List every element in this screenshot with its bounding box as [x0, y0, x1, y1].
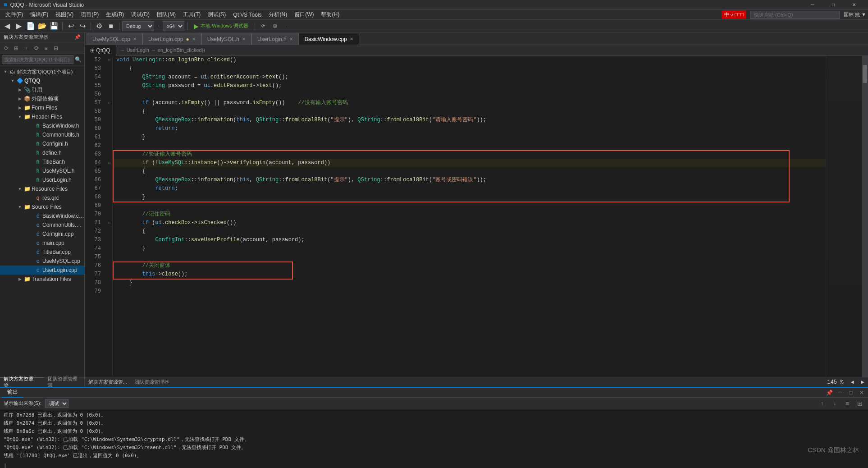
tree-item-translation-files[interactable]: ▶ 📁 Translation Files [0, 275, 84, 284]
tree-item-form-files[interactable]: ▶ 📁 Form Files [0, 103, 84, 112]
tab-userlogin-h-close[interactable]: ✕ [289, 37, 293, 41]
open-button[interactable]: 📂 [37, 21, 48, 32]
code-line-65[interactable]: { [113, 167, 826, 176]
horizontal-scroll-left[interactable]: ◀ [851, 379, 854, 385]
scrollbar-thumb[interactable] [863, 65, 867, 83]
footer-tab-team[interactable]: 团队资源管理器 [134, 379, 169, 385]
tree-item-header-files[interactable]: ▼ 📁 Header Files [0, 112, 84, 121]
tree-item-external[interactable]: ▶ 📦 外部依赖项 [0, 94, 84, 103]
code-line-62[interactable] [113, 142, 826, 150]
toolbar-extra-2[interactable]: ⊞ [270, 21, 280, 32]
code-line-74[interactable]: } [113, 244, 826, 253]
tree-item-define-h[interactable]: h define.h [0, 148, 84, 157]
menu-edit[interactable]: 编辑(E) [27, 10, 52, 20]
undo-button[interactable]: ↩ [65, 21, 76, 32]
output-toolbar-btn-4[interactable]: ⊞ [855, 399, 864, 408]
code-line-57[interactable]: if (account.isEmpty() || password.isEmpt… [113, 99, 826, 107]
build-button[interactable]: ⚙ [94, 21, 105, 32]
sidebar-search-button[interactable]: 🔍 [73, 55, 82, 64]
fold-icon-57[interactable]: ⊟ [108, 101, 110, 106]
code-line-52[interactable]: void UserLogin::on_loginBtn_clicked() [113, 56, 826, 64]
code-line-59[interactable]: QMessageBox::information(this, QString::… [113, 116, 826, 124]
output-content[interactable]: 程序 0x7288 已退出，返回值为 0 (0x0)。 线程 0x2674 已退… [0, 409, 868, 468]
code-line-79[interactable] [113, 287, 826, 296]
code-line-64[interactable]: if (!UseMySQL::instance()->verifyLogin(a… [113, 159, 826, 167]
menu-qtvstools[interactable]: Qt VS Tools [229, 10, 265, 20]
code-line-68[interactable]: } [113, 193, 826, 202]
sidebar-filter-button[interactable]: ⊞ [12, 44, 21, 53]
output-maximize-button[interactable]: □ [846, 388, 855, 397]
tab-usemysql-cpp[interactable]: UseMySQL.cpp ✕ [87, 33, 142, 45]
sidebar-new-button[interactable]: + [22, 44, 31, 53]
code-line-75[interactable] [113, 253, 826, 262]
menu-analyze[interactable]: 分析(N) [265, 10, 291, 20]
bottom-tab-output[interactable]: 输出 [2, 388, 23, 398]
code-line-71[interactable]: if (ui.checkBox->isChecked()) [113, 219, 826, 227]
tab-basicwindow-cpp[interactable]: BasicWindow.cpp ✕ [299, 33, 359, 45]
code-line-67[interactable]: return; [113, 184, 826, 193]
tree-item-source-files[interactable]: ▼ 📁 Source Files [0, 202, 84, 211]
user-label[interactable]: 国林 姚 ▼ [844, 11, 866, 18]
tree-item-commonutils-cpp[interactable]: c CommonUtils.cpp [0, 220, 84, 229]
forward-button[interactable]: ▶ [14, 21, 24, 32]
tab-userlogin-cpp-close[interactable]: ✕ [192, 37, 196, 41]
code-line-77[interactable]: this->close(); [113, 270, 826, 279]
code-line-58[interactable]: { [113, 107, 826, 116]
tab-usemysql-h-close[interactable]: ✕ [242, 37, 246, 41]
output-minimize-button[interactable]: ─ [836, 388, 845, 397]
output-source-dropdown[interactable]: 调试 生成 [45, 399, 69, 408]
sidebar-tab-team[interactable]: 团队资源管理器 [44, 377, 84, 387]
tab-basicwindow-cpp-close[interactable]: ✕ [350, 37, 353, 41]
menu-debug[interactable]: 调试(D) [128, 10, 153, 20]
sidebar-props-button[interactable]: ⚙ [32, 44, 41, 53]
tab-usemysql-h[interactable]: UseMySQL.h ✕ [201, 33, 251, 45]
horizontal-scroll-right[interactable]: ▶ [861, 379, 864, 385]
tree-item-usemysql-cpp[interactable]: c UseMySQL.cpp [0, 257, 84, 266]
code-line-73[interactable]: ConfigIni::saveUserProfile(account, pass… [113, 236, 826, 244]
close-button[interactable]: ✕ [844, 0, 864, 10]
tree-item-basicwindow-cpp[interactable]: c BasicWindow.cpp [0, 211, 84, 220]
tree-item-qtqq[interactable]: ▼ 🔷 QTQQ [0, 76, 84, 85]
menu-team[interactable]: 团队(M) [153, 10, 179, 20]
sidebar-sync-button[interactable]: ⟳ [2, 44, 11, 53]
toolbar-extra-1[interactable]: ⟳ [258, 21, 269, 32]
tree-item-refs[interactable]: ▶ 📎 引用 [0, 85, 84, 94]
maximize-button[interactable]: □ [823, 0, 844, 10]
tree-item-configini-h[interactable]: h Configini.h [0, 139, 84, 148]
code-line-63[interactable]: //验证输入账号密码 [113, 150, 826, 159]
vertical-scrollbar[interactable] [862, 56, 868, 377]
back-button[interactable]: ◀ [2, 21, 13, 32]
tree-item-usemysql-h[interactable]: h UseMySQL.h [0, 166, 84, 175]
fold-icon-64[interactable]: ⊟ [108, 161, 110, 165]
code-line-78[interactable]: } [113, 279, 826, 287]
sidebar-search-input[interactable] [2, 55, 73, 64]
menu-test[interactable]: 测试(S) [204, 10, 229, 20]
tree-item-main-cpp[interactable]: c main.cpp [0, 239, 84, 248]
sidebar-show-all-button[interactable]: ≡ [41, 44, 50, 53]
code-line-61[interactable]: } [113, 133, 826, 142]
output-pin-button[interactable]: 📌 [825, 388, 834, 397]
code-line-72[interactable]: { [113, 227, 826, 236]
code-line-55[interactable]: QString password = ui.editPassword->text… [113, 82, 826, 90]
platform-dropdown[interactable]: x64 x86 [163, 21, 184, 31]
nav-class[interactable]: UserLogin [127, 47, 149, 53]
tree-item-titlebar-h[interactable]: h TitleBar.h [0, 157, 84, 166]
new-file-button[interactable]: 📄 [25, 21, 36, 32]
quick-launch-input[interactable] [750, 11, 840, 19]
run-button[interactable]: ▶ 本地 Windows 调试器 [190, 22, 252, 31]
output-toolbar-btn-2[interactable]: ↓ [830, 399, 839, 408]
tree-item-userlogin-h[interactable]: h UserLogin.h [0, 175, 84, 184]
sidebar-collapse-button[interactable]: ⊟ [51, 44, 60, 53]
code-line-66[interactable]: QMessageBox::information(this, QString::… [113, 176, 826, 184]
fold-57[interactable]: ⊟ [106, 99, 112, 107]
output-toolbar-btn-3[interactable]: ≡ [843, 399, 852, 408]
tree-item-commonutils-h[interactable]: h CommonUtils.h [0, 130, 84, 139]
fold-71[interactable]: ⊟ [106, 219, 112, 227]
save-button[interactable]: 💾 [49, 21, 59, 32]
code-line-76[interactable]: //关闭窗体 [113, 262, 826, 270]
code-scroll[interactable]: void UserLogin::on_loginBtn_clicked() { … [113, 56, 826, 377]
sidebar-tab-solution[interactable]: 解决方案资源管... [0, 377, 44, 387]
toolbar-extra-3[interactable]: ⋯ [281, 21, 292, 32]
tab-userlogin-cpp[interactable]: UserLogin.cpp ● ✕ [142, 33, 201, 45]
footer-tab-solution[interactable]: 解决方案资源管... [88, 379, 127, 385]
